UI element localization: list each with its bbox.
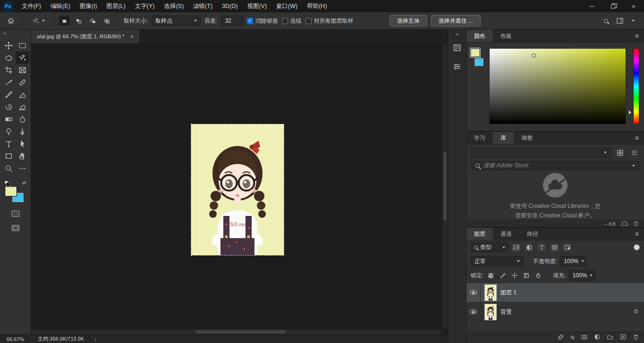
menu-edit[interactable]: 编辑(E) <box>46 0 75 12</box>
frame-tool[interactable] <box>16 64 29 76</box>
menu-layer[interactable]: 图层(L) <box>102 0 130 12</box>
tab-color[interactable]: 颜色 <box>466 30 493 42</box>
pen-tool[interactable] <box>16 125 29 137</box>
vertical-scrollbar[interactable] <box>442 44 448 329</box>
menu-type[interactable]: 文字(Y) <box>130 0 160 12</box>
tab-libraries[interactable]: 库 <box>493 132 514 144</box>
tab-channels[interactable]: 通道 <box>493 228 519 240</box>
menu-help[interactable]: 帮助(H) <box>302 0 331 12</box>
foreground-color-swatch[interactable] <box>5 187 17 196</box>
filter-type-layers-icon[interactable] <box>537 243 547 252</box>
tolerance-input[interactable]: 32 <box>221 16 243 26</box>
history-panel-icon[interactable] <box>451 42 463 54</box>
add-mask-icon[interactable] <box>581 334 588 342</box>
status-chevron-icon[interactable]: › <box>91 336 100 342</box>
filter-shape-layers-icon[interactable] <box>550 243 559 252</box>
select-and-mask-button[interactable]: 选择并遮住 ... <box>431 15 481 26</box>
canvas-image[interactable] <box>191 124 284 255</box>
brush-tool[interactable] <box>2 88 16 101</box>
dock-expand-icon[interactable]: « <box>456 30 458 42</box>
contiguous-checkbox[interactable] <box>282 18 288 24</box>
toolbar-collapse-icon[interactable]: « <box>0 30 9 36</box>
edit-toolbar-icon[interactable] <box>16 162 29 174</box>
hue-slider[interactable] <box>633 48 639 124</box>
move-tool[interactable] <box>2 39 16 51</box>
select-subject-button[interactable]: 选择主体 <box>390 15 427 26</box>
marquee-tool[interactable] <box>16 39 29 51</box>
lasso-tool[interactable] <box>2 51 16 64</box>
anti-alias-checkbox[interactable]: ✓ <box>247 18 253 24</box>
lock-transparency-icon[interactable] <box>486 271 495 280</box>
horizontal-scrollbar[interactable] <box>31 329 442 334</box>
cloud-sync-icon[interactable] <box>620 221 628 227</box>
add-selection-mode-icon[interactable] <box>73 16 84 26</box>
stock-search-field[interactable]: 搜索 Adobe Stock <box>471 161 639 170</box>
rectangle-tool[interactable] <box>2 150 16 162</box>
lock-position-icon[interactable] <box>510 271 519 280</box>
foreground-color-swatch[interactable] <box>471 49 480 57</box>
eyedropper-tool[interactable] <box>2 76 16 88</box>
intersect-selection-mode-icon[interactable] <box>102 16 112 26</box>
menu-file[interactable]: 文件(F) <box>17 0 46 12</box>
lock-all-icon[interactable] <box>534 271 542 280</box>
tab-close-icon[interactable]: × <box>130 33 134 40</box>
background-lock-icon[interactable] <box>633 308 639 316</box>
layer-row-layer1[interactable]: 图层 1 <box>466 283 644 302</box>
layer-row-background[interactable]: 背景 <box>466 302 644 322</box>
history-brush-tool[interactable] <box>2 101 16 113</box>
lock-artboard-icon[interactable] <box>522 271 531 280</box>
grid-view-icon[interactable] <box>615 147 625 158</box>
quick-mask-icon[interactable] <box>11 210 20 219</box>
library-select[interactable] <box>471 147 611 158</box>
layer-name[interactable]: 图层 1 <box>500 289 517 297</box>
clone-stamp-tool[interactable] <box>16 88 29 101</box>
visibility-toggle[interactable] <box>466 302 481 321</box>
opacity-select[interactable]: 100% <box>560 256 586 266</box>
hand-tool[interactable] <box>16 150 29 162</box>
blend-mode-select[interactable]: 正常 <box>471 256 524 266</box>
zoom-tool[interactable] <box>2 162 16 174</box>
filter-toggle[interactable] <box>634 244 640 250</box>
blur-tool[interactable] <box>16 113 29 125</box>
new-selection-mode-icon[interactable] <box>59 16 69 26</box>
color-picker-marker[interactable] <box>532 53 536 58</box>
zoom-level[interactable]: 66.67% <box>7 336 24 342</box>
canvas-viewport[interactable] <box>31 44 442 329</box>
home-icon[interactable] <box>5 15 17 27</box>
subtract-selection-mode-icon[interactable] <box>87 16 98 26</box>
menu-view[interactable]: 视图(V) <box>242 0 271 12</box>
menu-select[interactable]: 选择(S) <box>159 0 188 12</box>
restore-button[interactable] <box>602 0 623 12</box>
layer-filter-select[interactable]: 类型 <box>471 242 508 252</box>
document-tab[interactable]: alal.jpg @ 66.7% (图层 1, RGB/8#) * × <box>31 30 140 43</box>
menu-3d[interactable]: 3D(D) <box>217 0 242 12</box>
layer-name[interactable]: 背景 <box>500 308 512 316</box>
menu-window[interactable]: 窗口(W) <box>271 0 302 12</box>
menu-filter[interactable]: 滤镜(T) <box>188 0 217 12</box>
sample-size-select[interactable]: 取样点 <box>152 16 201 26</box>
hue-marker[interactable] <box>629 111 631 114</box>
screen-mode-icon[interactable] <box>11 224 20 233</box>
tab-layers[interactable]: 图层 <box>466 228 493 240</box>
type-tool[interactable] <box>2 137 16 150</box>
magic-wand-tool[interactable] <box>16 51 29 64</box>
healing-brush-tool[interactable] <box>16 76 29 88</box>
tool-preset-picker[interactable] <box>29 16 47 26</box>
layer-thumbnail[interactable] <box>485 285 496 300</box>
default-colors-icon[interactable] <box>5 181 11 186</box>
sample-all-layers-checkbox[interactable] <box>305 18 312 24</box>
tab-learn[interactable]: 学习 <box>466 132 493 144</box>
link-layers-icon[interactable] <box>557 334 564 342</box>
photoshop-logo-icon[interactable]: Ps <box>3 1 13 11</box>
panel-menu-icon[interactable]: ≡ <box>630 30 644 42</box>
chevron-down-icon[interactable] <box>632 20 635 22</box>
tab-swatches[interactable]: 色板 <box>493 30 519 42</box>
close-button[interactable]: × <box>623 0 644 12</box>
eraser-tool[interactable] <box>16 101 29 113</box>
workspace-switcher-icon[interactable] <box>614 15 626 27</box>
crop-tool[interactable] <box>2 64 16 76</box>
dodge-tool[interactable] <box>2 125 16 137</box>
menu-image[interactable]: 图像(I) <box>75 0 102 12</box>
list-view-icon[interactable] <box>629 147 639 158</box>
filter-pixel-layers-icon[interactable] <box>511 243 521 252</box>
